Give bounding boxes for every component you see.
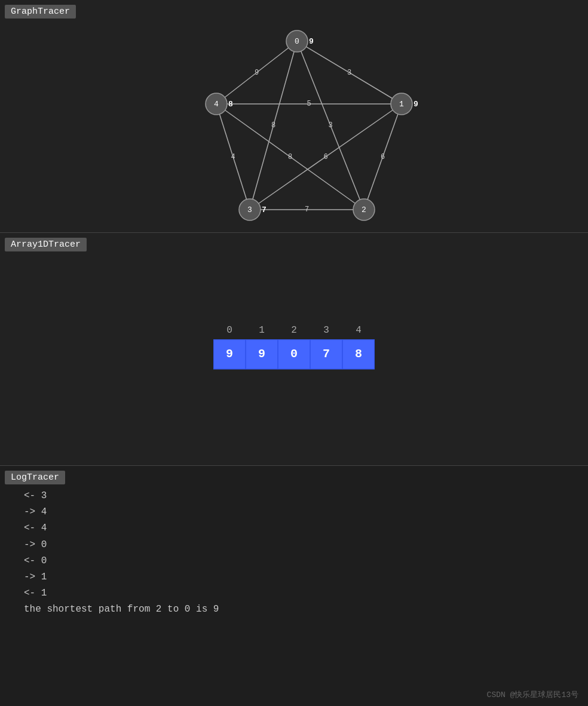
array-container: 01234 99078: [213, 325, 375, 369]
node-value-0: 9: [309, 37, 314, 46]
log-line-6: <- 1: [24, 585, 588, 601]
array-section: Array1DTracer 01234 99078: [0, 233, 588, 466]
graph-title: GraphTracer: [5, 5, 76, 19]
graph-canvas: 3986657843091923748: [0, 19, 588, 234]
array-title: Array1DTracer: [5, 238, 87, 251]
log-title: LogTracer: [5, 471, 65, 484]
edge-label-0-4: 9: [255, 69, 259, 77]
node-label-4: 4: [214, 100, 219, 109]
log-line-7: the shortest path from 2 to 0 is 9: [24, 601, 588, 618]
edge-label-1-2: 6: [381, 153, 385, 161]
graph-section: GraphTracer 3986657843091923748: [0, 0, 588, 233]
edge-label-2-3: 7: [305, 205, 309, 214]
log-section: LogTracer <- 3-> 4<- 4-> 0<- 0-> 1<- 1th…: [0, 466, 588, 705]
edge-label-2-4: 8: [288, 153, 292, 161]
array-cell-0: 9: [213, 339, 246, 369]
log-line-4: <- 0: [24, 553, 588, 569]
edge-label-0-3: 8: [271, 121, 275, 130]
array-indices: 01234: [213, 325, 375, 336]
log-line-0: <- 3: [24, 488, 588, 504]
watermark: CSDN @快乐星球居民13号: [487, 689, 578, 700]
array-cell-4: 8: [342, 339, 375, 369]
array-cell-3: 7: [310, 339, 342, 369]
edge-label-3-4: 4: [231, 153, 235, 161]
array-index-0: 0: [213, 325, 246, 336]
array-cell-1: 9: [246, 339, 278, 369]
graph-svg: 3986657843091923748: [0, 19, 588, 234]
log-line-1: -> 4: [24, 504, 588, 520]
node-value-1: 9: [414, 100, 418, 109]
node-label-2: 2: [362, 205, 366, 214]
log-line-2: <- 4: [24, 520, 588, 536]
log-content: <- 3-> 4<- 4-> 0<- 0-> 1<- 1the shortest…: [0, 484, 588, 622]
node-label-0: 0: [295, 37, 299, 46]
edge-label-1-3: 6: [323, 153, 327, 161]
array-index-2: 2: [278, 325, 310, 336]
array-cells: 99078: [213, 339, 375, 369]
edge-label-1-4: 5: [307, 100, 311, 108]
array-index-4: 4: [342, 325, 375, 336]
node-label-1: 1: [399, 100, 404, 109]
node-value-4: 8: [228, 100, 233, 109]
node-label-3: 3: [247, 205, 252, 214]
edge-label-0-1: 3: [347, 69, 351, 77]
log-line-5: -> 1: [24, 569, 588, 585]
log-line-3: -> 0: [24, 537, 588, 553]
node-value-3: 7: [262, 205, 267, 214]
array-index-3: 3: [310, 325, 342, 336]
array-cell-2: 0: [278, 339, 310, 369]
edge-label-0-2: 3: [328, 121, 332, 130]
array-index-1: 1: [246, 325, 278, 336]
